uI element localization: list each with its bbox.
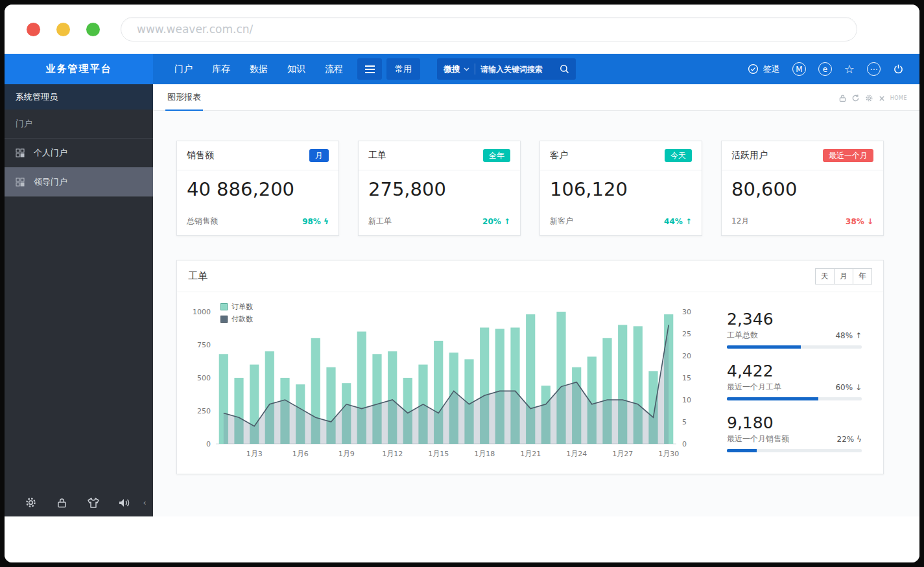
side-stat-1: 2,346工单总数48% ↑ [727,310,862,349]
sidebar-section-portal[interactable]: 门户 [5,110,153,138]
legend-swatch [220,303,228,310]
report-tabbar: 图形报表 HOME [153,84,919,111]
chart-title: 工单 [188,270,207,283]
stat-card-badge: 最近一个月 [823,149,873,162]
stat-card-percent: 20% ↑ [482,217,510,226]
portal-grid-icon [16,148,25,157]
address-bar[interactable]: www.weaver.com.cn/ [121,17,857,41]
side-stat-row: 最近一个月工单60% ↓ [727,382,862,393]
side-stat-percent: 60% ↓ [835,383,862,392]
stat-cards: 销售额月40 886,200总销售额98% ϟ工单全年275,800新工单20%… [176,141,884,236]
sidebar-items: 个人门户领导门户 [5,138,153,197]
topnav-item-1[interactable]: 门户 [165,54,202,84]
common-menu-button[interactable]: 常用 [386,58,420,80]
sidebar-collapse-arrow[interactable]: ‹ [140,498,149,507]
side-stat-3: 9,180最近一个月销售额22% ϟ [727,413,862,452]
window-controls [27,23,100,36]
stat-card-label: 新工单 [368,216,392,227]
chart-range-buttons: 天月年 [816,268,872,284]
refresh-icon[interactable] [851,94,860,102]
more-ellipsis-icon[interactable]: ⋯ [867,62,881,76]
chart-plot: 025050075010000510152025301月31月61月91月121… [184,301,706,467]
svg-text:1月21: 1月21 [520,450,541,458]
stat-card-value: 106,120 [540,170,702,200]
menu-hamburger-button[interactable] [357,58,382,80]
gear-small-icon[interactable] [865,94,873,102]
tab-graphic-reports[interactable]: 图形报表 [165,91,203,111]
search-button[interactable] [556,64,569,74]
stat-card-label: 总销售额 [187,216,218,227]
svg-text:1月15: 1月15 [428,450,449,458]
e-badge-icon[interactable]: e [818,62,832,76]
stat-card-head: 销售额月 [177,141,338,170]
stat-card-percent: 44% ↑ [664,217,692,226]
topnav-item-5[interactable]: 流程 [315,54,353,84]
minimize-window-button[interactable] [56,23,70,36]
side-stat-value: 4,422 [727,362,862,380]
topnav-item-2[interactable]: 库存 [202,54,240,84]
side-stat-2: 4,422最近一个月工单60% ↓ [727,362,862,400]
stat-card-foot: 总销售额98% ϟ [177,216,338,235]
svg-text:1月30: 1月30 [658,450,679,458]
sidebar-item-label: 领导门户 [34,176,67,188]
settings-gear-icon[interactable] [15,496,46,509]
close-icon[interactable] [879,95,885,102]
chart-card-header: 工单 天月年 [177,260,883,292]
sound-speaker-icon[interactable] [109,497,140,509]
stat-card-foot: 新工单20% ↑ [359,216,520,235]
stat-card-percent: 98% ϟ [302,217,329,226]
user-role-header: 系统管理员 [5,84,153,110]
svg-text:20: 20 [682,352,691,360]
sidebar: 系统管理员 门户 个人门户领导门户 ‹ [5,84,153,516]
stat-card-1: 销售额月40 886,200总销售额98% ϟ [176,141,339,236]
search-input[interactable] [480,65,556,74]
legend-item-1[interactable]: 订单数 [220,302,253,312]
sidebar-item-2[interactable]: 领导门户 [5,167,153,196]
close-window-button[interactable] [27,23,40,36]
side-stat-value: 9,180 [727,413,862,432]
legend-label: 订单数 [231,302,253,312]
stat-card-title: 客户 [550,150,568,161]
power-icon[interactable] [893,64,904,75]
favorite-star-icon[interactable]: ☆ [844,62,855,76]
browser-chrome: www.weaver.com.cn/ [5,5,919,54]
zoom-window-button[interactable] [86,23,100,36]
range-button-2[interactable]: 月 [834,268,853,284]
search-engine-selector[interactable]: 微搜 [444,64,469,75]
svg-text:1月3: 1月3 [246,450,263,458]
stat-card-head: 客户今天 [540,141,702,170]
range-button-1[interactable]: 天 [815,268,835,284]
svg-text:10: 10 [682,396,691,404]
range-button-3[interactable]: 年 [853,268,872,284]
topnav-item-3[interactable]: 数据 [240,54,278,84]
svg-text:5: 5 [682,418,687,426]
window-footer [5,516,919,562]
app-window: www.weaver.com.cn/ 业务管理平台 门户库存数据知识流程 常用 … [5,5,919,562]
m-badge-icon[interactable]: M [792,62,806,76]
lock-icon[interactable] [46,497,77,509]
legend-item-2[interactable]: 付款数 [220,314,253,324]
stat-card-badge: 全年 [483,149,510,162]
chart-card-body: 025050075010000510152025301月31月61月91月121… [177,292,883,474]
theme-shirt-icon[interactable] [78,497,109,509]
legend-swatch [220,316,228,323]
sidebar-item-1[interactable]: 个人门户 [5,138,153,167]
dashboard-content: 销售额月40 886,200总销售额98% ϟ工单全年275,800新工单20%… [153,111,919,516]
check-circle-icon [748,64,759,75]
side-stat-label: 最近一个月工单 [727,382,781,393]
lock-small-icon[interactable] [839,94,846,102]
svg-text:1月24: 1月24 [566,450,587,458]
side-stat-value: 2,346 [727,310,862,329]
topnav-items: 门户库存数据知识流程 [153,54,353,84]
stat-card-label: 12月 [731,216,749,227]
stat-card-badge: 月 [309,149,329,162]
stat-card-value: 275,800 [359,170,520,200]
sidebar-item-label: 个人门户 [34,147,67,159]
signout-button[interactable]: 签退 [748,64,780,75]
side-stat-progress-fill [727,449,757,452]
topnav-item-4[interactable]: 知识 [278,54,315,84]
svg-text:0: 0 [206,440,211,448]
topnav-right-icons: 签退 M e ☆ ⋯ [748,54,919,84]
side-stat-label: 最近一个月销售额 [727,434,789,445]
stat-card-foot: 新客户44% ↑ [540,216,702,235]
